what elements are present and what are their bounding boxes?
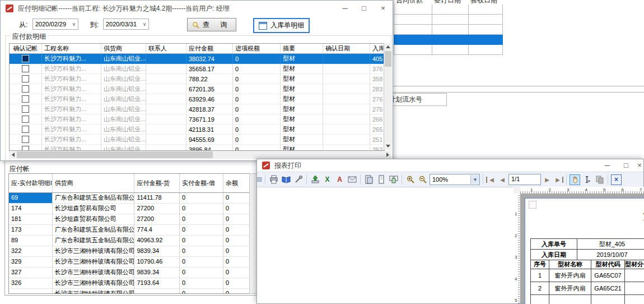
chevron-down-icon[interactable]: ∨ [141,21,148,27]
cell: 276 [370,94,384,104]
email-icon[interactable] [347,174,357,185]
cell-id[interactable]: 89 [9,236,53,246]
table-row[interactable]: 长沙万科魅力...山东南山铝业...67201.350型材283 [10,84,384,94]
table-row[interactable]: 长沙万科魅力...山东南山铝业...63929.460型材276 [10,94,384,104]
table-header-row: 序号型材名称型材代码型材分号颜色长度数量-支重量单位单价含税金额入库金额库房库位 [531,260,644,269]
table-row[interactable]: 326长沙市三湘特种玻璃有限公司7193.6400 [9,278,255,289]
table-row[interactable]: 181长沙坦森贸易有限公司2720000 [9,214,255,225]
print-icon[interactable] [268,174,279,185]
nav-prev-page-icon[interactable]: ◀ [498,177,507,183]
plan-serial-field[interactable]: 计划流水号 [390,93,447,106]
table-row[interactable]: 长沙万科魅力...山东南山铝业...35658.170型材376 [10,64,384,74]
nav-next-page-icon[interactable]: ▶ [543,177,552,183]
scroll-left-arrow[interactable] [9,151,17,159]
cell-id[interactable]: 174 [9,204,53,214]
table-row[interactable]: 长沙万科魅力...山东南山铝业...73671.190型材266 [10,114,384,125]
table-row[interactable] [394,35,504,45]
cell-id[interactable]: 329 [9,257,53,268]
scroll-down-arrow[interactable] [384,142,392,150]
minimize-button[interactable]: ─ [335,1,354,15]
preview-area[interactable]: 湖南巨晟门窗幕墙有限公司 型材入库单 入库单号型材_405工程名称长沙万科魅力之… [520,194,643,303]
layout-continuous-icon[interactable] [363,174,374,185]
to-date-combo[interactable]: 2020/03/31 ∨ [103,19,149,30]
hand-tool-icon[interactable] [570,174,580,185]
table-row[interactable]: 长沙万科魅力...山东南山铝业...38032.740型材405 [10,54,384,64]
inbound-detail-button[interactable]: 入库单明细 [253,18,310,33]
scrollbar-thumb[interactable] [17,151,213,158]
cell-id[interactable]: 322 [9,246,53,257]
chevron-down-icon[interactable]: ▼ [470,175,479,184]
cell-id[interactable]: 173 [9,225,53,236]
confirm-checkbox[interactable] [22,75,29,82]
table-row[interactable]: 长沙万科魅力...山东南山铝业...42118.310型材265 [10,125,384,135]
table-row[interactable]: 长沙万科魅力...山东南山铝业...42818.370型材275 [10,104,384,114]
text-select-tool-icon[interactable] [582,174,592,185]
export-pdf-icon[interactable]: A [334,174,345,185]
layout-single-page-icon[interactable] [376,174,386,185]
nav-first-page-icon[interactable]: ◀ [486,177,496,183]
table-row[interactable]: 69广东合和建筑五金制品有限公司11411.7800 [9,193,255,204]
nav-last-page-icon[interactable]: ▶ [553,177,563,183]
table-row[interactable]: 长沙市三湘特种玻璃有限公司00 [9,289,255,294]
confirm-checkbox[interactable] [22,146,29,150]
zoom-select[interactable]: 100% ▼ [430,174,480,185]
table-row[interactable] [394,15,504,25]
table-row[interactable]: 327长沙市三湘特种玻璃有限公司9839.3400 [9,268,255,278]
close-button[interactable]: × [636,159,643,171]
page-indicator[interactable]: 1/1 [508,174,541,185]
table-row[interactable]: 173广东合和建筑五金制品有限公司774.400 [9,225,255,236]
confirm-checkbox[interactable] [22,105,29,113]
maximize-button[interactable]: □ [354,1,374,15]
confirm-checkbox[interactable] [22,55,29,62]
cell-id[interactable]: 327 [9,268,53,278]
page-setup-icon[interactable] [257,174,262,185]
confirm-checkbox[interactable] [22,136,29,143]
confirm-checkbox[interactable] [22,85,29,93]
horizontal-scrollbar[interactable] [9,151,391,159]
minimize-button[interactable]: ─ [598,159,617,171]
cell: 0 [233,74,281,84]
cell-id[interactable]: 69 [9,193,53,204]
close-button[interactable]: × [374,1,393,15]
maximize-button[interactable]: □ [617,159,636,171]
vertical-scrollbar[interactable] [384,43,392,150]
confirm-checkbox[interactable] [22,95,29,103]
export-icon[interactable] [310,174,320,185]
scrollbar-thumb[interactable] [385,51,391,67]
table-row[interactable]: 329长沙市三湘特种玻璃有限公司10790.4600 [9,257,255,268]
preview-book-icon[interactable] [281,174,291,185]
copy-page-icon[interactable] [594,174,605,185]
zoom-in-icon[interactable] [405,174,416,185]
close-preview-icon[interactable]: × [611,174,622,185]
query-button[interactable]: 查 询 [187,18,236,31]
table-row[interactable] [394,25,504,35]
payables-table-scrollbar[interactable] [249,173,257,294]
table-row[interactable]: 长沙万科魅力...山东南山铝业...788.220型材358 [10,74,384,84]
table-row[interactable] [394,4,504,15]
from-date-combo[interactable]: 2020/02/29 ∨ [32,19,78,30]
table-row[interactable]: 长沙万科魅力...山东南山铝业...3895.840型材252 [10,145,384,150]
cell-id[interactable] [9,289,53,294]
zoom-out-icon[interactable] [417,174,428,185]
table-row[interactable]: 174长沙坦森贸易有限公司2720000 [9,204,255,214]
cell-id[interactable]: 181 [9,214,53,225]
confirm-checkbox[interactable] [22,65,29,72]
settings-tools-icon[interactable] [293,174,304,185]
confirm-checkbox[interactable] [22,126,29,133]
cell-id[interactable]: 326 [9,278,53,289]
column-header: 验收日期 [469,0,503,4]
export-excel-icon[interactable]: X [322,174,333,185]
table-row[interactable] [394,45,504,55]
cell: 山东南山铝业... [101,54,146,64]
layout-multi-page-icon[interactable] [388,174,399,185]
chevron-down-icon[interactable]: ∨ [70,21,78,27]
scroll-right-arrow[interactable] [384,151,391,159]
table-row[interactable]: 长沙万科魅力...山东南山铝业...94555.690型材251 [10,135,384,145]
info-label: 入库日期 [531,250,577,260]
titlebar[interactable]: 报表打印 [257,159,643,172]
scroll-up-arrow[interactable] [384,43,392,50]
confirm-checkbox[interactable] [22,116,29,123]
titlebar[interactable]: 应付明细记帐------当前工程: 长沙万科魅力之城4.2期------当前用户… [1,1,393,16]
table-row[interactable]: 89广东合和建筑五金制品有限公司40963.9200 [9,236,255,246]
table-row[interactable]: 322长沙市三湘特种玻璃有限公司9839.3400 [9,246,255,257]
